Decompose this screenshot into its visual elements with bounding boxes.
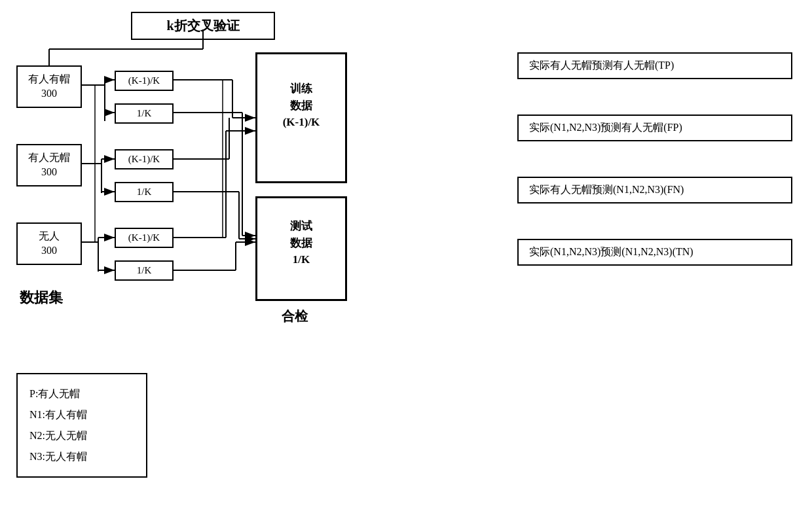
legend-line3: N2:无人无帽 — [29, 425, 134, 446]
dataset-box-1-line2: 300 — [20, 86, 78, 101]
dataset-label: 数据集 — [20, 288, 63, 308]
dataset-box-3-line2: 300 — [20, 243, 78, 258]
legend-box: P:有人无帽 N1:有人有帽 N2:无人无帽 N3:无人有帽 — [16, 373, 147, 478]
frac-box-3b: 1/K — [115, 260, 174, 281]
legend-line2: N1:有人有帽 — [29, 404, 134, 425]
dataset-box-2-line1: 有人无帽 — [20, 150, 78, 165]
metric-box-fn: 实际有人无帽预测(N1,N2,N3)(FN) — [517, 177, 792, 203]
test-box-label: 测试 数据 1/K — [257, 218, 345, 268]
metric-box-tn: 实际(N1,N2,N3)预测(N1,N2,N3)(TN) — [517, 239, 792, 266]
legend-line1: P:有人无帽 — [29, 383, 134, 404]
metric-box-tp: 实际有人无帽预测有人无帽(TP) — [517, 52, 792, 79]
dataset-box-2: 有人无帽 300 — [16, 144, 82, 186]
train-box: 训练 数据 (K-1)/K — [255, 52, 347, 183]
dataset-box-3: 无人 300 — [16, 222, 82, 265]
heijian-label: 合检 — [282, 308, 308, 325]
dataset-box-1: 有人有帽 300 — [16, 65, 82, 108]
title-box: k折交叉验证 — [131, 12, 275, 40]
frac-box-1a: (K-1)/K — [115, 71, 174, 91]
dataset-box-1-line1: 有人有帽 — [20, 72, 78, 86]
diagram-container: k折交叉验证 有人有帽 300 有人无帽 300 无人 300 数据集 (K-1… — [0, 0, 812, 513]
frac-box-2b: 1/K — [115, 182, 174, 202]
frac-box-1b: 1/K — [115, 103, 174, 124]
frac-box-3a: (K-1)/K — [115, 228, 174, 248]
dataset-box-2-line2: 300 — [20, 165, 78, 179]
train-box-label: 训练 数据 (K-1)/K — [257, 80, 345, 131]
dataset-box-3-line1: 无人 — [20, 229, 78, 243]
test-box: 测试 数据 1/K — [255, 196, 347, 301]
metric-box-fp: 实际(N1,N2,N3)预测有人无帽(FP) — [517, 115, 792, 141]
legend-line4: N3:无人有帽 — [29, 446, 134, 467]
title-text: k折交叉验证 — [166, 18, 239, 33]
frac-box-2a: (K-1)/K — [115, 149, 174, 169]
